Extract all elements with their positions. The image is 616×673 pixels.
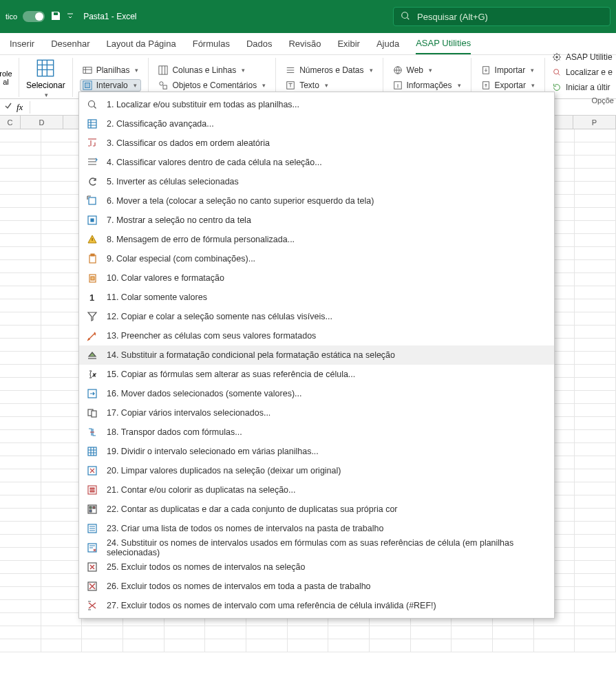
cell[interactable] [0, 587, 41, 599]
column-header[interactable]: D [21, 116, 63, 129]
cell[interactable] [41, 535, 83, 547]
cell[interactable] [0, 600, 41, 612]
cell[interactable] [0, 352, 41, 364]
cell[interactable] [0, 456, 41, 469]
column-header[interactable]: C [0, 116, 21, 129]
menu-item-14[interactable]: 14. Substituir a formatação condicional … [79, 345, 554, 365]
cell[interactable] [575, 404, 616, 416]
cell[interactable] [575, 260, 616, 273]
cell[interactable] [0, 339, 41, 351]
cell[interactable] [575, 169, 616, 181]
cell[interactable] [575, 195, 616, 207]
cell[interactable] [575, 639, 616, 652]
cell[interactable] [0, 378, 41, 390]
cell[interactable] [575, 443, 616, 456]
menu-item-24[interactable]: 24. Substituir os nomes de intervalos us… [79, 538, 554, 557]
cell[interactable] [575, 548, 616, 560]
cell[interactable] [575, 182, 616, 194]
fx-label[interactable]: fx [17, 102, 23, 113]
cell[interactable] [41, 352, 83, 364]
search-box[interactable]: Pesquisar (Alt+G) [393, 7, 610, 26]
cell[interactable] [575, 417, 616, 429]
cell[interactable] [41, 234, 83, 246]
autosave-toggle[interactable] [23, 11, 45, 22]
cell[interactable] [575, 352, 616, 364]
cell[interactable] [41, 495, 83, 508]
cell[interactable] [575, 299, 616, 312]
cell[interactable] [41, 456, 83, 469]
texto-menu[interactable]: Texto▾ [283, 79, 375, 92]
cell[interactable] [41, 142, 83, 155]
tab-fórmulas[interactable]: Fórmulas [193, 33, 230, 54]
cell[interactable] [41, 312, 83, 325]
cell[interactable] [288, 626, 329, 639]
objetos-menu[interactable]: Objetos e Comentários▾ [156, 79, 268, 92]
localizar-action[interactable]: Localizar e e [549, 66, 615, 78]
tab-exibir[interactable]: Exibir [337, 33, 360, 54]
planilhas-menu[interactable]: Planilhas▾ [80, 64, 142, 76]
cell[interactable] [0, 535, 41, 547]
cell[interactable] [164, 639, 206, 652]
cell[interactable] [41, 286, 83, 299]
asap-options[interactable]: ASAP Utilitie [549, 51, 615, 63]
cell[interactable] [41, 391, 83, 403]
cell[interactable] [0, 469, 41, 482]
formula-check-icon[interactable] [4, 102, 12, 112]
tab-inserir[interactable]: Inserir [10, 33, 34, 54]
column-header[interactable] [553, 116, 573, 129]
cell[interactable] [41, 509, 83, 521]
cell[interactable] [41, 182, 83, 194]
cell[interactable] [575, 339, 616, 351]
tab-asap-utilities[interactable]: ASAP Utilities [416, 33, 471, 54]
cell[interactable] [82, 626, 123, 639]
cell[interactable] [41, 417, 83, 429]
cell[interactable] [575, 626, 616, 639]
menu-item-4[interactable]: 4. Classificar valores dentro de cada cé… [79, 153, 554, 172]
cell[interactable] [493, 639, 534, 652]
menu-item-7[interactable]: 7. Mostrar a seleção no centro da tela [79, 211, 554, 230]
tab-revisão[interactable]: Revisão [288, 33, 321, 54]
cell[interactable] [123, 639, 164, 652]
cell[interactable] [0, 221, 41, 233]
save-icon[interactable] [50, 10, 61, 23]
cell[interactable] [41, 430, 83, 442]
menu-item-17[interactable]: 17. Copiar vários intervalos selecionado… [79, 403, 554, 423]
cell[interactable] [370, 626, 411, 639]
cell[interactable] [123, 626, 164, 639]
cell[interactable] [41, 273, 83, 286]
cell[interactable] [0, 404, 41, 416]
cell[interactable] [0, 495, 41, 508]
menu-item-13[interactable]: 13. Preencher as células com seus valore… [79, 326, 554, 345]
cell[interactable] [41, 626, 83, 639]
cell[interactable] [41, 404, 83, 416]
cell[interactable] [0, 247, 41, 259]
cell[interactable] [575, 325, 616, 338]
numeros-menu[interactable]: Números e Datas▾ [283, 64, 375, 76]
menu-item-27[interactable]: 27. Excluir todos os nomes de intervalo … [79, 596, 554, 615]
menu-item-26[interactable]: 26. Excluir todos os nomes de intervalos… [79, 577, 554, 596]
menu-item-19[interactable]: 19. Dividir o intervalo selecionado em v… [79, 442, 554, 461]
cell[interactable] [0, 286, 41, 299]
cell[interactable] [534, 626, 575, 639]
cell[interactable] [575, 535, 616, 547]
cell[interactable] [0, 195, 41, 207]
cell[interactable] [0, 522, 41, 534]
cell[interactable] [41, 574, 83, 586]
cell[interactable] [575, 247, 616, 259]
cell[interactable] [370, 639, 411, 652]
cell[interactable] [0, 443, 41, 456]
cell[interactable] [0, 312, 41, 325]
cell[interactable] [575, 221, 616, 233]
cell[interactable] [41, 156, 83, 168]
cell[interactable] [41, 548, 83, 560]
cell[interactable] [41, 221, 83, 233]
cell[interactable] [41, 208, 83, 220]
cell[interactable] [41, 639, 83, 652]
cell[interactable] [0, 156, 41, 168]
cell[interactable] [41, 339, 83, 351]
cell[interactable] [0, 299, 41, 312]
cell[interactable] [41, 482, 83, 495]
web-menu[interactable]: Web▾ [390, 64, 464, 76]
cell[interactable] [575, 522, 616, 534]
cell[interactable] [41, 260, 83, 273]
